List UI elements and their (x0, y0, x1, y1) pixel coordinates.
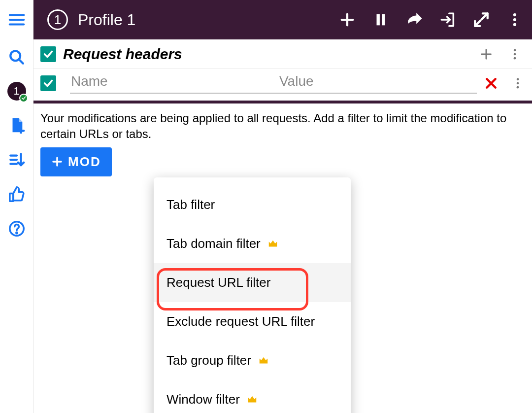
more-vertical-icon (508, 47, 522, 61)
more-button[interactable] (506, 11, 523, 28)
sort-button[interactable] (7, 150, 27, 170)
filter-menu-item-label: Tab group filter (166, 353, 251, 368)
section-header: Request headers (33, 39, 532, 69)
file-plus-icon (8, 117, 25, 134)
profile-selector[interactable]: 1 (7, 82, 26, 101)
row-enable-checkbox[interactable] (40, 75, 56, 91)
check-icon (21, 96, 26, 101)
filter-menu-item[interactable]: Request URL filter (154, 263, 351, 302)
add-button[interactable] (339, 11, 356, 28)
search-icon (8, 49, 25, 66)
svg-rect-18 (9, 194, 13, 202)
import-button[interactable] (439, 11, 456, 28)
svg-point-23 (514, 49, 516, 51)
row-more-button[interactable] (510, 76, 525, 91)
app-header: 1 Profile 1 (0, 0, 532, 39)
filter-menu-item-label: Tab domain filter (166, 236, 261, 251)
filter-menu-item-label: Tab filter (166, 197, 215, 212)
pause-icon (372, 11, 389, 28)
svg-rect-6 (382, 14, 385, 26)
add-mod-button[interactable]: MOD (40, 147, 112, 176)
svg-point-28 (517, 78, 519, 81)
more-vertical-icon (511, 76, 525, 90)
new-file-button[interactable] (7, 115, 27, 135)
add-mod-label: MOD (68, 154, 101, 170)
check-icon (43, 49, 54, 60)
filter-menu-item-label: Window filter (166, 392, 240, 407)
plus-icon (479, 47, 493, 61)
main-panel: Request headers (33, 39, 532, 413)
share-icon (406, 11, 423, 28)
crown-icon (247, 394, 258, 405)
svg-point-7 (513, 13, 516, 16)
filter-menu-item[interactable]: Tab filter (154, 185, 351, 224)
svg-point-29 (517, 82, 519, 85)
close-icon (484, 76, 499, 91)
svg-rect-5 (377, 14, 380, 26)
svg-point-9 (513, 23, 516, 26)
header-value-input[interactable] (278, 73, 477, 90)
plus-icon (339, 11, 356, 28)
sidebar: 1 (0, 39, 33, 413)
crown-icon (267, 239, 278, 249)
profile-selector-number: 1 (13, 85, 19, 98)
thumbs-up-icon (8, 186, 25, 203)
header-row (33, 69, 532, 94)
import-icon (439, 11, 456, 28)
row-delete-button[interactable] (484, 76, 499, 91)
plus-icon (51, 156, 63, 168)
profile-title: Profile 1 (78, 11, 135, 29)
svg-point-30 (517, 86, 519, 89)
search-button[interactable] (7, 47, 27, 67)
sort-icon (8, 151, 25, 168)
profile-active-indicator (19, 94, 28, 103)
section-add-button[interactable] (479, 47, 494, 62)
share-button[interactable] (406, 11, 423, 28)
hint-text: Your modifications are being applied to … (33, 103, 532, 147)
section-more-button[interactable] (507, 47, 522, 62)
expand-button[interactable] (473, 11, 490, 28)
filter-menu-item[interactable]: Tab group filter (154, 341, 351, 380)
check-icon (43, 78, 54, 89)
filter-menu-item[interactable]: Window filter (154, 380, 351, 413)
expand-icon (473, 11, 490, 28)
filter-menu-item[interactable]: Tab domain filter (154, 224, 351, 263)
svg-point-20 (16, 232, 17, 233)
section-title: Request headers (63, 46, 182, 63)
filter-menu-item[interactable]: Exclude request URL filter (154, 302, 351, 341)
help-button[interactable] (7, 219, 27, 239)
hamburger-button[interactable] (0, 0, 33, 39)
header-name-input[interactable] (70, 73, 268, 90)
more-vertical-icon (506, 11, 523, 28)
pause-button[interactable] (372, 11, 389, 28)
filter-menu-item-label: Request URL filter (166, 275, 270, 290)
svg-point-24 (514, 53, 516, 55)
profile-number: 1 (54, 12, 61, 28)
feedback-button[interactable] (7, 184, 27, 204)
svg-line-11 (19, 59, 23, 64)
crown-icon (258, 355, 269, 366)
svg-point-8 (513, 18, 516, 21)
filter-menu-item-label: Exclude request URL filter (166, 314, 315, 329)
filter-menu: Tab filterTab domain filterRequest URL f… (154, 177, 351, 413)
section-enable-checkbox[interactable] (40, 46, 56, 62)
hamburger-icon (7, 10, 26, 29)
svg-point-25 (514, 57, 516, 59)
help-icon (8, 220, 25, 237)
profile-number-badge: 1 (47, 9, 68, 30)
